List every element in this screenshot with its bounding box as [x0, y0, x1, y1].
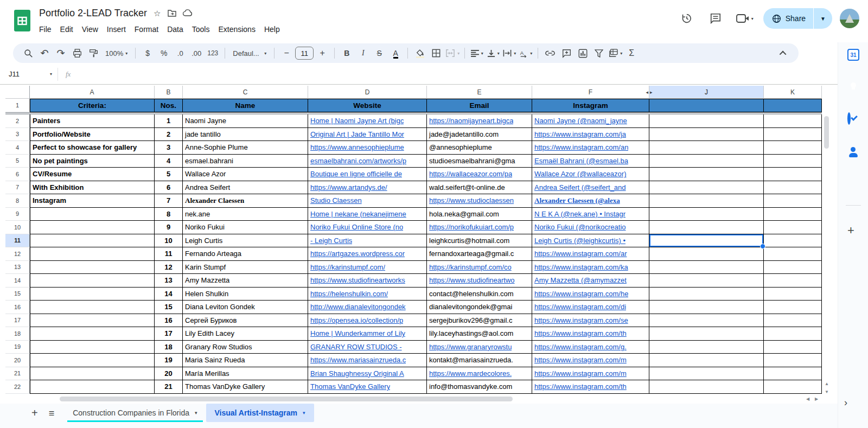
cell-D7[interactable]: https://www.artandys.de/ — [308, 181, 427, 195]
cell-C8[interactable]: Alexander Claessen — [183, 194, 308, 208]
fx-icon[interactable]: fx — [66, 70, 71, 79]
cell-E20[interactable]: kontakt@mariasainzrueda. — [427, 354, 532, 367]
hidden-columns-left-icon[interactable]: ◂ — [646, 90, 648, 95]
cell-K21[interactable] — [764, 367, 822, 381]
cell-F16[interactable]: https://www.instagram.com/di — [532, 301, 649, 314]
share-button[interactable]: Share ▼ — [763, 8, 832, 29]
more-formats-icon[interactable]: 123 — [205, 46, 220, 61]
undo-icon[interactable]: ↶ — [37, 46, 52, 61]
cell-E16[interactable]: dianalevitongondek@gmai — [427, 301, 532, 314]
cell-B9[interactable]: 8 — [155, 208, 183, 221]
cell-F18[interactable]: https://www.instagram.com/th — [532, 327, 649, 341]
row-header-15[interactable]: 15 — [5, 288, 30, 301]
cell-J13[interactable] — [649, 261, 764, 274]
cell-E19[interactable]: https://www.granaryrowstu — [427, 341, 532, 354]
add-addon-icon[interactable]: + — [847, 223, 854, 238]
share-dropdown-caret[interactable]: ▼ — [814, 16, 832, 22]
cell-C3[interactable]: jade tantillo — [183, 128, 308, 142]
hide-menus-icon[interactable] — [776, 46, 791, 61]
cell-F22[interactable]: https://www.instagram.com/th — [532, 380, 649, 394]
cell-C5[interactable]: esmael.bahrani — [183, 155, 308, 168]
functions-icon[interactable]: Σ — [624, 46, 639, 61]
cell-C13[interactable]: Karin Stumpf — [183, 261, 308, 274]
increase-font-size-button[interactable]: + — [315, 46, 330, 61]
cell-E6[interactable]: https://wallaceazor.com/pa — [427, 168, 532, 181]
cell-D16[interactable]: http://www.dianalevitongondek — [308, 301, 427, 314]
cell-A13[interactable] — [30, 261, 155, 274]
row-header-16[interactable]: 16 — [5, 301, 30, 314]
paint-format-icon[interactable] — [86, 46, 101, 61]
vertical-scrollbar[interactable] — [824, 116, 829, 149]
row-header-20[interactable]: 20 — [5, 354, 30, 367]
cell-K18[interactable] — [764, 327, 822, 341]
cell-B12[interactable]: 11 — [155, 247, 183, 261]
cell-E2[interactable]: https://naomijayneart.bigca — [427, 114, 532, 128]
cell-J17[interactable] — [649, 314, 764, 328]
column-header-K[interactable]: K — [764, 86, 822, 99]
move-to-folder-icon[interactable] — [168, 9, 176, 18]
collapse-side-panel-icon[interactable]: › — [844, 397, 847, 408]
menu-extensions[interactable]: Extensions — [214, 23, 259, 35]
cell-J19[interactable] — [649, 341, 764, 354]
cell-A3[interactable]: Portfolio/Website — [30, 128, 155, 142]
cloud-status-icon[interactable] — [183, 9, 193, 17]
cell-C10[interactable]: Noriko Fukui — [183, 221, 308, 234]
cell-A15[interactable] — [30, 288, 155, 301]
row-header-17[interactable]: 17 — [5, 314, 30, 328]
cell-C2[interactable]: Naomi Jayne — [183, 114, 308, 128]
filter-views-icon[interactable]: ▾ — [608, 46, 623, 61]
cell-K11[interactable] — [764, 234, 822, 248]
cell-F6[interactable]: Wallace Azor (@wallaceazor) — [532, 168, 649, 181]
cell-F15[interactable]: https://www.instagram.com/he — [532, 288, 649, 301]
cell-C4[interactable]: Anne-Sophie Plume — [183, 141, 308, 155]
cell-D12[interactable]: https://artgazes.wordpress.cor — [308, 247, 427, 261]
menu-tools[interactable]: Tools — [188, 23, 214, 35]
menu-data[interactable]: Data — [163, 23, 188, 35]
menu-view[interactable]: View — [78, 23, 103, 35]
scroll-down-arrow[interactable]: ▼ — [825, 389, 829, 394]
horizontal-align-icon[interactable]: ▾ — [469, 46, 484, 61]
name-box-caret-icon[interactable]: ▾ — [50, 72, 52, 76]
calendar-icon[interactable]: 31 — [847, 49, 859, 61]
cell-C20[interactable]: Maria Sainz Rueda — [183, 354, 308, 367]
cell-J15[interactable] — [649, 288, 764, 301]
cell-B7[interactable]: 6 — [155, 181, 183, 195]
cell-K10[interactable] — [764, 221, 822, 234]
cell-F21[interactable]: https://www.instagram.com/m — [532, 367, 649, 381]
cell-A11[interactable] — [30, 234, 155, 248]
cell-J4[interactable] — [649, 141, 764, 155]
cell-J11[interactable] — [649, 234, 764, 248]
cell-D18[interactable]: Home | Wunderkammer of Lily — [308, 327, 427, 341]
cell-K6[interactable] — [764, 168, 822, 181]
menu-insert[interactable]: Insert — [103, 23, 130, 35]
cell-F17[interactable]: https://www.instagram.com/se — [532, 314, 649, 328]
select-all-corner[interactable] — [5, 86, 30, 99]
cell-F4[interactable]: https://www.instagram.com/an — [532, 141, 649, 155]
cell-A4[interactable]: Perfect to showcase for gallery — [30, 141, 155, 155]
meet-video-icon[interactable]: ▾ — [734, 8, 756, 29]
cell-A20[interactable] — [30, 354, 155, 367]
cell-J8[interactable] — [649, 194, 764, 208]
horizontal-scrollbar[interactable] — [60, 397, 513, 401]
sheet-tab-construction-companies[interactable]: Construction Companies in Florida▾ — [64, 404, 206, 422]
cell-B5[interactable]: 4 — [155, 155, 183, 168]
font-size-input[interactable]: 11 — [295, 47, 314, 60]
cell-B6[interactable]: 5 — [155, 168, 183, 181]
cell-K12[interactable] — [764, 247, 822, 261]
column-header-E[interactable]: E — [427, 86, 532, 99]
row-header-12[interactable]: 12 — [5, 247, 30, 261]
menu-file[interactable]: File — [35, 23, 56, 35]
cell-E14[interactable]: https://www.studiofineartwo — [427, 274, 532, 288]
cell-B4[interactable]: 3 — [155, 141, 183, 155]
star-icon[interactable]: ☆ — [154, 9, 161, 17]
cell-B19[interactable]: 18 — [155, 341, 183, 354]
cell-K5[interactable] — [764, 155, 822, 168]
row-header-14[interactable]: 14 — [5, 274, 30, 288]
cell-D13[interactable]: https://karinstumpf.com/ — [308, 261, 427, 274]
cell-F20[interactable]: https://www.instagram.com/m — [532, 354, 649, 367]
cell-E12[interactable]: fernandoxarteaga@gmail.c — [427, 247, 532, 261]
cell-A18[interactable] — [30, 327, 155, 341]
cell-J2[interactable] — [649, 114, 764, 128]
cell-J20[interactable] — [649, 354, 764, 367]
row-header-1[interactable]: 1 — [5, 99, 30, 112]
